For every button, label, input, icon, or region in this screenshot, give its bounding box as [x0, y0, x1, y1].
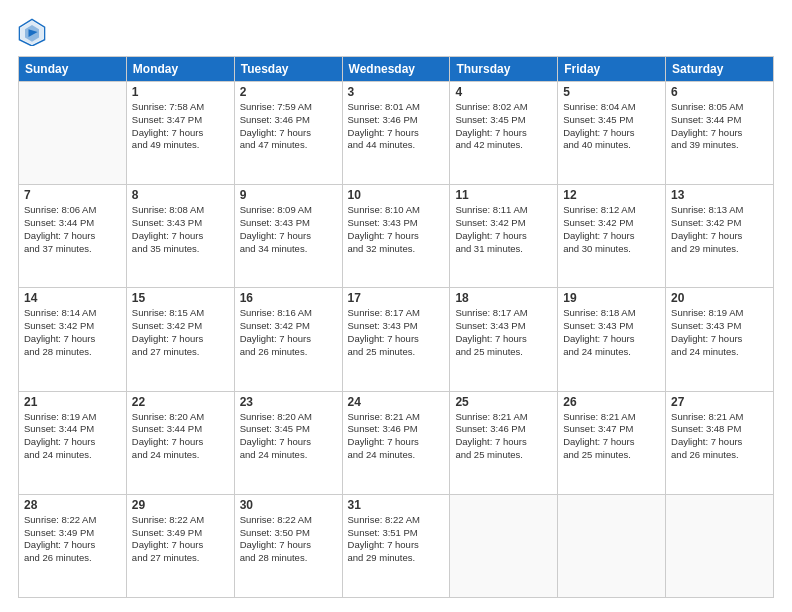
page: SundayMondayTuesdayWednesdayThursdayFrid…	[0, 0, 792, 612]
calendar-cell	[19, 82, 127, 185]
cell-details: Sunrise: 8:06 AM Sunset: 3:44 PM Dayligh…	[24, 204, 121, 255]
cell-details: Sunrise: 8:19 AM Sunset: 3:43 PM Dayligh…	[671, 307, 768, 358]
calendar-cell: 10Sunrise: 8:10 AM Sunset: 3:43 PM Dayli…	[342, 185, 450, 288]
calendar-cell: 3Sunrise: 8:01 AM Sunset: 3:46 PM Daylig…	[342, 82, 450, 185]
day-number: 14	[24, 291, 121, 305]
cell-details: Sunrise: 7:58 AM Sunset: 3:47 PM Dayligh…	[132, 101, 229, 152]
cell-details: Sunrise: 8:08 AM Sunset: 3:43 PM Dayligh…	[132, 204, 229, 255]
cell-details: Sunrise: 7:59 AM Sunset: 3:46 PM Dayligh…	[240, 101, 337, 152]
calendar-cell: 24Sunrise: 8:21 AM Sunset: 3:46 PM Dayli…	[342, 391, 450, 494]
cell-details: Sunrise: 8:10 AM Sunset: 3:43 PM Dayligh…	[348, 204, 445, 255]
cell-details: Sunrise: 8:21 AM Sunset: 3:46 PM Dayligh…	[348, 411, 445, 462]
calendar-cell: 26Sunrise: 8:21 AM Sunset: 3:47 PM Dayli…	[558, 391, 666, 494]
calendar-cell: 15Sunrise: 8:15 AM Sunset: 3:42 PM Dayli…	[126, 288, 234, 391]
logo	[18, 18, 50, 46]
cell-details: Sunrise: 8:21 AM Sunset: 3:46 PM Dayligh…	[455, 411, 552, 462]
day-header-sunday: Sunday	[19, 57, 127, 82]
day-number: 30	[240, 498, 337, 512]
cell-details: Sunrise: 8:22 AM Sunset: 3:50 PM Dayligh…	[240, 514, 337, 565]
day-number: 23	[240, 395, 337, 409]
calendar-cell: 8Sunrise: 8:08 AM Sunset: 3:43 PM Daylig…	[126, 185, 234, 288]
calendar-cell	[558, 494, 666, 597]
cell-details: Sunrise: 8:21 AM Sunset: 3:48 PM Dayligh…	[671, 411, 768, 462]
day-header-saturday: Saturday	[666, 57, 774, 82]
day-header-thursday: Thursday	[450, 57, 558, 82]
calendar-header-row: SundayMondayTuesdayWednesdayThursdayFrid…	[19, 57, 774, 82]
calendar-cell: 6Sunrise: 8:05 AM Sunset: 3:44 PM Daylig…	[666, 82, 774, 185]
cell-details: Sunrise: 8:22 AM Sunset: 3:49 PM Dayligh…	[24, 514, 121, 565]
day-number: 28	[24, 498, 121, 512]
cell-details: Sunrise: 8:11 AM Sunset: 3:42 PM Dayligh…	[455, 204, 552, 255]
day-number: 27	[671, 395, 768, 409]
day-number: 19	[563, 291, 660, 305]
calendar-cell	[666, 494, 774, 597]
day-number: 16	[240, 291, 337, 305]
calendar-cell: 1Sunrise: 7:58 AM Sunset: 3:47 PM Daylig…	[126, 82, 234, 185]
day-number: 7	[24, 188, 121, 202]
calendar-cell: 28Sunrise: 8:22 AM Sunset: 3:49 PM Dayli…	[19, 494, 127, 597]
cell-details: Sunrise: 8:01 AM Sunset: 3:46 PM Dayligh…	[348, 101, 445, 152]
cell-details: Sunrise: 8:22 AM Sunset: 3:49 PM Dayligh…	[132, 514, 229, 565]
calendar-cell: 2Sunrise: 7:59 AM Sunset: 3:46 PM Daylig…	[234, 82, 342, 185]
day-number: 4	[455, 85, 552, 99]
cell-details: Sunrise: 8:05 AM Sunset: 3:44 PM Dayligh…	[671, 101, 768, 152]
day-number: 2	[240, 85, 337, 99]
cell-details: Sunrise: 8:13 AM Sunset: 3:42 PM Dayligh…	[671, 204, 768, 255]
cell-details: Sunrise: 8:21 AM Sunset: 3:47 PM Dayligh…	[563, 411, 660, 462]
logo-icon	[18, 18, 46, 46]
calendar-cell: 12Sunrise: 8:12 AM Sunset: 3:42 PM Dayli…	[558, 185, 666, 288]
day-header-monday: Monday	[126, 57, 234, 82]
header	[18, 18, 774, 46]
cell-details: Sunrise: 8:09 AM Sunset: 3:43 PM Dayligh…	[240, 204, 337, 255]
day-number: 15	[132, 291, 229, 305]
day-number: 24	[348, 395, 445, 409]
calendar-cell	[450, 494, 558, 597]
cell-details: Sunrise: 8:15 AM Sunset: 3:42 PM Dayligh…	[132, 307, 229, 358]
calendar-cell: 7Sunrise: 8:06 AM Sunset: 3:44 PM Daylig…	[19, 185, 127, 288]
calendar-cell: 25Sunrise: 8:21 AM Sunset: 3:46 PM Dayli…	[450, 391, 558, 494]
cell-details: Sunrise: 8:12 AM Sunset: 3:42 PM Dayligh…	[563, 204, 660, 255]
day-number: 17	[348, 291, 445, 305]
calendar-cell: 20Sunrise: 8:19 AM Sunset: 3:43 PM Dayli…	[666, 288, 774, 391]
day-number: 8	[132, 188, 229, 202]
cell-details: Sunrise: 8:16 AM Sunset: 3:42 PM Dayligh…	[240, 307, 337, 358]
calendar-cell: 30Sunrise: 8:22 AM Sunset: 3:50 PM Dayli…	[234, 494, 342, 597]
day-number: 1	[132, 85, 229, 99]
calendar-cell: 9Sunrise: 8:09 AM Sunset: 3:43 PM Daylig…	[234, 185, 342, 288]
calendar-week-row: 14Sunrise: 8:14 AM Sunset: 3:42 PM Dayli…	[19, 288, 774, 391]
day-number: 6	[671, 85, 768, 99]
day-number: 31	[348, 498, 445, 512]
calendar-week-row: 21Sunrise: 8:19 AM Sunset: 3:44 PM Dayli…	[19, 391, 774, 494]
calendar-cell: 17Sunrise: 8:17 AM Sunset: 3:43 PM Dayli…	[342, 288, 450, 391]
day-number: 20	[671, 291, 768, 305]
day-number: 26	[563, 395, 660, 409]
cell-details: Sunrise: 8:04 AM Sunset: 3:45 PM Dayligh…	[563, 101, 660, 152]
day-number: 5	[563, 85, 660, 99]
cell-details: Sunrise: 8:22 AM Sunset: 3:51 PM Dayligh…	[348, 514, 445, 565]
day-number: 9	[240, 188, 337, 202]
day-number: 29	[132, 498, 229, 512]
calendar-cell: 29Sunrise: 8:22 AM Sunset: 3:49 PM Dayli…	[126, 494, 234, 597]
day-header-friday: Friday	[558, 57, 666, 82]
calendar-week-row: 7Sunrise: 8:06 AM Sunset: 3:44 PM Daylig…	[19, 185, 774, 288]
day-header-tuesday: Tuesday	[234, 57, 342, 82]
day-number: 21	[24, 395, 121, 409]
cell-details: Sunrise: 8:14 AM Sunset: 3:42 PM Dayligh…	[24, 307, 121, 358]
day-number: 10	[348, 188, 445, 202]
cell-details: Sunrise: 8:20 AM Sunset: 3:45 PM Dayligh…	[240, 411, 337, 462]
calendar-cell: 19Sunrise: 8:18 AM Sunset: 3:43 PM Dayli…	[558, 288, 666, 391]
calendar-cell: 23Sunrise: 8:20 AM Sunset: 3:45 PM Dayli…	[234, 391, 342, 494]
cell-details: Sunrise: 8:18 AM Sunset: 3:43 PM Dayligh…	[563, 307, 660, 358]
day-number: 11	[455, 188, 552, 202]
calendar-week-row: 28Sunrise: 8:22 AM Sunset: 3:49 PM Dayli…	[19, 494, 774, 597]
day-number: 25	[455, 395, 552, 409]
calendar-cell: 27Sunrise: 8:21 AM Sunset: 3:48 PM Dayli…	[666, 391, 774, 494]
calendar-cell: 21Sunrise: 8:19 AM Sunset: 3:44 PM Dayli…	[19, 391, 127, 494]
calendar-cell: 31Sunrise: 8:22 AM Sunset: 3:51 PM Dayli…	[342, 494, 450, 597]
cell-details: Sunrise: 8:17 AM Sunset: 3:43 PM Dayligh…	[348, 307, 445, 358]
calendar-cell: 4Sunrise: 8:02 AM Sunset: 3:45 PM Daylig…	[450, 82, 558, 185]
day-number: 22	[132, 395, 229, 409]
cell-details: Sunrise: 8:02 AM Sunset: 3:45 PM Dayligh…	[455, 101, 552, 152]
day-number: 13	[671, 188, 768, 202]
calendar-cell: 18Sunrise: 8:17 AM Sunset: 3:43 PM Dayli…	[450, 288, 558, 391]
